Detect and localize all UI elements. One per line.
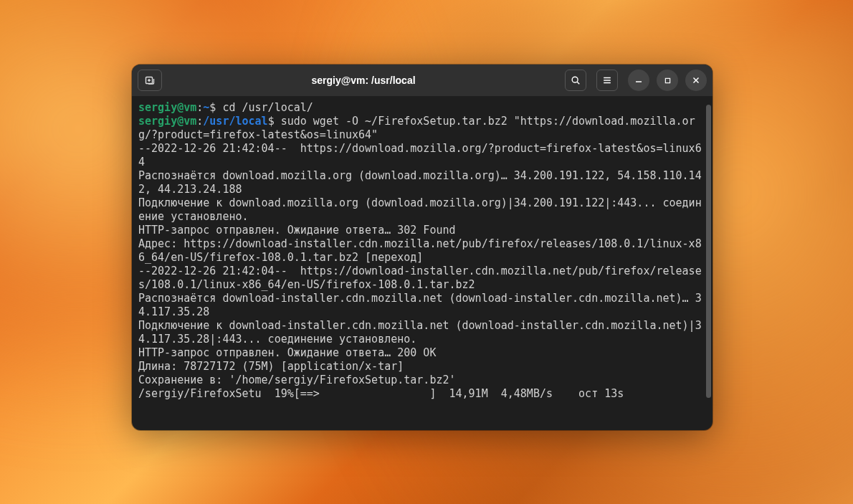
ps1-user: sergiy@vm bbox=[138, 101, 196, 114]
titlebar: sergiy@vm: /usr/local bbox=[132, 65, 713, 96]
output-line: Адрес: https://download-installer.cdn.mo… bbox=[138, 237, 706, 265]
output-line: HTTP-запрос отправлен. Ожидание ответа… … bbox=[138, 346, 706, 360]
ps1-user: sergiy@vm bbox=[138, 115, 196, 128]
minimize-button[interactable] bbox=[628, 70, 649, 91]
hamburger-icon bbox=[602, 75, 612, 85]
ps1-dollar: $ bbox=[268, 115, 275, 128]
search-icon bbox=[571, 75, 581, 85]
output-line: Подключение к download-installer.cdn.moz… bbox=[138, 319, 706, 346]
close-icon bbox=[692, 77, 700, 84]
output-line: Длина: 78727172 (75M) [application/x-tar… bbox=[138, 360, 706, 374]
maximize-button[interactable] bbox=[657, 70, 678, 91]
minimize-icon bbox=[635, 77, 642, 84]
ps1-colon: : bbox=[196, 115, 203, 128]
output-line: Распознаётся download.mozilla.org (downl… bbox=[138, 169, 706, 196]
search-button[interactable] bbox=[565, 70, 586, 91]
progress-line: /sergiy/FirefoxSetu 19%[==> ] 14,91M 4,4… bbox=[138, 387, 706, 401]
svg-line-4 bbox=[577, 82, 579, 84]
new-tab-button[interactable] bbox=[138, 70, 162, 91]
output-line: Распознаётся download-installer.cdn.mozi… bbox=[138, 292, 706, 319]
maximize-icon bbox=[664, 77, 671, 84]
terminal-window: sergiy@vm: /usr/local bbox=[132, 65, 713, 430]
ps1-path: /usr/local bbox=[203, 115, 267, 128]
output-line: HTTP-запрос отправлен. Ожидание ответа… … bbox=[138, 224, 706, 237]
scrollbar[interactable] bbox=[705, 100, 711, 426]
output-line: Сохранение в: '/home/sergiy/FirefoxSetup… bbox=[138, 374, 706, 387]
prompt-line-1: sergiy@vm:~$ cd /usr/local/ bbox=[138, 101, 706, 115]
window-title: sergiy@vm: /usr/local bbox=[162, 75, 565, 86]
svg-point-3 bbox=[572, 77, 578, 82]
output-line: Подключение к download.mozilla.org (down… bbox=[138, 196, 706, 224]
ps1-colon: : bbox=[196, 101, 203, 114]
ps1-path: ~ bbox=[203, 101, 209, 114]
output-line: --2022-12-26 21:42:04-- https://download… bbox=[138, 142, 706, 169]
new-tab-icon bbox=[144, 75, 156, 86]
prompt-line-2: sergiy@vm:/usr/local$ sudo wget -O ~/Fir… bbox=[138, 115, 706, 142]
output-line: --2022-12-26 21:42:04-- https://download… bbox=[138, 265, 706, 292]
menu-button[interactable] bbox=[596, 70, 618, 91]
command-text: cd /usr/local/ bbox=[216, 101, 313, 114]
scrollbar-thumb[interactable] bbox=[706, 105, 711, 398]
terminal-body[interactable]: sergiy@vm:~$ cd /usr/local/sergiy@vm:/us… bbox=[132, 96, 713, 430]
close-button[interactable] bbox=[685, 70, 707, 91]
svg-rect-9 bbox=[665, 78, 669, 82]
